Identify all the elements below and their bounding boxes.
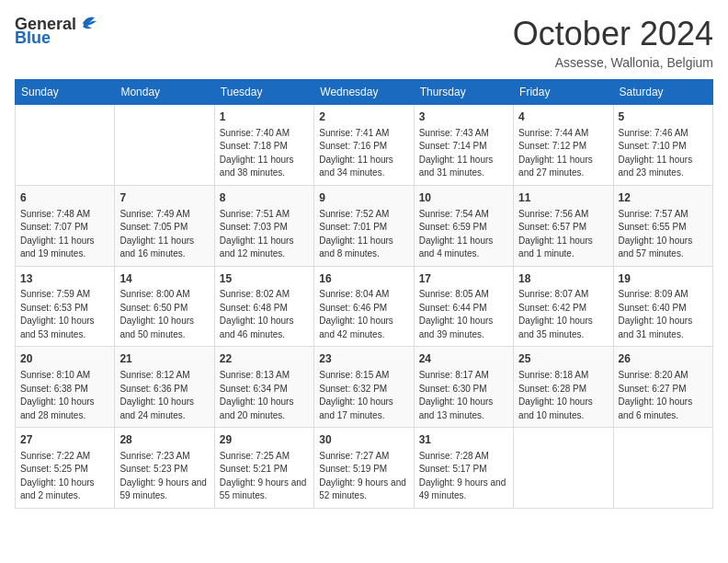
daylight-text: Daylight: 11 hours and 4 minutes. [419, 235, 508, 261]
sunrise-text: Sunrise: 8:12 AM [119, 369, 209, 383]
sunrise-text: Sunrise: 8:17 AM [419, 369, 508, 383]
sunrise-text: Sunrise: 7:27 AM [319, 450, 408, 464]
day-info: Sunrise: 7:51 AMSunset: 7:03 PMDaylight:… [220, 208, 309, 261]
calendar-week-2: 6Sunrise: 7:48 AMSunset: 7:07 PMDaylight… [16, 185, 713, 266]
day-number: 11 [518, 190, 608, 206]
day-info: Sunrise: 7:22 AMSunset: 5:25 PMDaylight:… [20, 450, 109, 503]
daylight-text: Daylight: 10 hours and 6 minutes. [619, 396, 708, 422]
calendar-cell: 8Sunrise: 7:51 AMSunset: 7:03 PMDaylight… [214, 185, 313, 266]
calendar-week-4: 20Sunrise: 8:10 AMSunset: 6:38 PMDayligh… [16, 347, 713, 428]
day-info: Sunrise: 8:09 AMSunset: 6:40 PMDaylight:… [619, 288, 708, 341]
sunset-text: Sunset: 6:44 PM [419, 302, 508, 316]
calendar-cell: 25Sunrise: 8:18 AMSunset: 6:28 PMDayligh… [514, 347, 613, 428]
daylight-text: Daylight: 11 hours and 23 minutes. [619, 154, 708, 180]
daylight-text: Daylight: 11 hours and 16 minutes. [119, 235, 209, 261]
calendar-cell: 18Sunrise: 8:07 AMSunset: 6:42 PMDayligh… [514, 266, 613, 347]
sunset-text: Sunset: 6:55 PM [619, 221, 708, 235]
sunrise-text: Sunrise: 8:15 AM [319, 369, 408, 383]
calendar-table: SundayMondayTuesdayWednesdayThursdayFrid… [15, 79, 713, 509]
sunset-text: Sunset: 7:10 PM [619, 140, 708, 154]
sunrise-text: Sunrise: 7:56 AM [518, 208, 608, 222]
day-info: Sunrise: 8:17 AMSunset: 6:30 PMDaylight:… [419, 369, 508, 422]
daylight-text: Daylight: 11 hours and 34 minutes. [319, 154, 408, 180]
calendar-cell [514, 428, 613, 509]
sunset-text: Sunset: 6:53 PM [20, 302, 109, 316]
calendar-cell: 13Sunrise: 7:59 AMSunset: 6:53 PMDayligh… [16, 266, 115, 347]
day-info: Sunrise: 7:49 AMSunset: 7:05 PMDaylight:… [119, 208, 209, 261]
calendar-cell: 19Sunrise: 8:09 AMSunset: 6:40 PMDayligh… [613, 266, 712, 347]
sunset-text: Sunset: 7:03 PM [220, 221, 309, 235]
calendar-header-row: SundayMondayTuesdayWednesdayThursdayFrid… [16, 80, 713, 105]
col-header-thursday: Thursday [414, 80, 513, 105]
daylight-text: Daylight: 10 hours and 53 minutes. [20, 315, 109, 341]
sunset-text: Sunset: 7:01 PM [319, 221, 408, 235]
day-number: 16 [319, 271, 408, 287]
day-number: 22 [220, 351, 309, 367]
sunset-text: Sunset: 6:40 PM [619, 302, 708, 316]
day-info: Sunrise: 7:56 AMSunset: 6:57 PMDaylight:… [518, 208, 608, 261]
day-info: Sunrise: 7:57 AMSunset: 6:55 PMDaylight:… [619, 208, 708, 261]
sunset-text: Sunset: 7:07 PM [20, 221, 109, 235]
calendar-cell: 11Sunrise: 7:56 AMSunset: 6:57 PMDayligh… [514, 185, 613, 266]
day-info: Sunrise: 8:12 AMSunset: 6:36 PMDaylight:… [119, 369, 209, 422]
daylight-text: Daylight: 10 hours and 13 minutes. [419, 396, 508, 422]
day-number: 30 [319, 432, 408, 448]
col-header-saturday: Saturday [613, 80, 712, 105]
daylight-text: Daylight: 10 hours and 46 minutes. [220, 315, 309, 341]
sunrise-text: Sunrise: 7:28 AM [419, 450, 508, 464]
sunrise-text: Sunrise: 7:49 AM [119, 208, 209, 222]
sunrise-text: Sunrise: 7:48 AM [20, 208, 109, 222]
day-number: 2 [319, 109, 408, 125]
sunrise-text: Sunrise: 7:25 AM [220, 450, 309, 464]
daylight-text: Daylight: 11 hours and 1 minute. [518, 235, 608, 261]
logo-bird-icon [78, 14, 98, 32]
sunset-text: Sunset: 7:14 PM [419, 140, 508, 154]
calendar-cell: 28Sunrise: 7:23 AMSunset: 5:23 PMDayligh… [115, 428, 214, 509]
day-info: Sunrise: 7:41 AMSunset: 7:16 PMDaylight:… [319, 127, 408, 180]
day-info: Sunrise: 7:25 AMSunset: 5:21 PMDaylight:… [220, 450, 309, 503]
sunset-text: Sunset: 5:25 PM [20, 463, 109, 477]
day-number: 31 [419, 432, 508, 448]
sunset-text: Sunset: 6:57 PM [518, 221, 608, 235]
daylight-text: Daylight: 9 hours and 55 minutes. [220, 477, 309, 503]
sunrise-text: Sunrise: 7:41 AM [319, 127, 408, 141]
day-info: Sunrise: 8:07 AMSunset: 6:42 PMDaylight:… [518, 288, 608, 341]
sunrise-text: Sunrise: 8:04 AM [319, 288, 408, 302]
sunset-text: Sunset: 5:21 PM [220, 463, 309, 477]
calendar-cell: 4Sunrise: 7:44 AMSunset: 7:12 PMDaylight… [514, 105, 613, 186]
day-info: Sunrise: 7:27 AMSunset: 5:19 PMDaylight:… [319, 450, 408, 503]
calendar-cell [115, 105, 214, 186]
daylight-text: Daylight: 10 hours and 42 minutes. [319, 315, 408, 341]
daylight-text: Daylight: 10 hours and 28 minutes. [20, 396, 109, 422]
day-number: 14 [119, 271, 209, 287]
day-number: 20 [20, 351, 109, 367]
day-number: 5 [619, 109, 708, 125]
day-info: Sunrise: 7:40 AMSunset: 7:18 PMDaylight:… [220, 127, 309, 180]
sunset-text: Sunset: 6:42 PM [518, 302, 608, 316]
day-number: 18 [518, 271, 608, 287]
calendar-week-5: 27Sunrise: 7:22 AMSunset: 5:25 PMDayligh… [16, 428, 713, 509]
daylight-text: Daylight: 10 hours and 20 minutes. [220, 396, 309, 422]
sunrise-text: Sunrise: 8:18 AM [518, 369, 608, 383]
day-info: Sunrise: 8:13 AMSunset: 6:34 PMDaylight:… [220, 369, 309, 422]
daylight-text: Daylight: 11 hours and 12 minutes. [220, 235, 309, 261]
calendar-cell: 16Sunrise: 8:04 AMSunset: 6:46 PMDayligh… [314, 266, 414, 347]
daylight-text: Daylight: 11 hours and 19 minutes. [20, 235, 109, 261]
sunrise-text: Sunrise: 7:43 AM [419, 127, 508, 141]
calendar-cell: 12Sunrise: 7:57 AMSunset: 6:55 PMDayligh… [613, 185, 712, 266]
sunrise-text: Sunrise: 7:40 AM [220, 127, 309, 141]
calendar-week-1: 1Sunrise: 7:40 AMSunset: 7:18 PMDaylight… [16, 105, 713, 186]
day-info: Sunrise: 7:48 AMSunset: 7:07 PMDaylight:… [20, 208, 109, 261]
day-info: Sunrise: 8:20 AMSunset: 6:27 PMDaylight:… [619, 369, 708, 422]
day-number: 26 [619, 351, 708, 367]
calendar-cell: 17Sunrise: 8:05 AMSunset: 6:44 PMDayligh… [414, 266, 513, 347]
calendar-cell: 7Sunrise: 7:49 AMSunset: 7:05 PMDaylight… [115, 185, 214, 266]
calendar-cell [613, 428, 712, 509]
daylight-text: Daylight: 10 hours and 35 minutes. [518, 315, 608, 341]
day-number: 6 [20, 190, 109, 206]
col-header-friday: Friday [514, 80, 613, 105]
col-header-tuesday: Tuesday [214, 80, 313, 105]
calendar-cell: 3Sunrise: 7:43 AMSunset: 7:14 PMDaylight… [414, 105, 513, 186]
sunset-text: Sunset: 6:27 PM [619, 383, 708, 396]
calendar-cell: 15Sunrise: 8:02 AMSunset: 6:48 PMDayligh… [214, 266, 313, 347]
